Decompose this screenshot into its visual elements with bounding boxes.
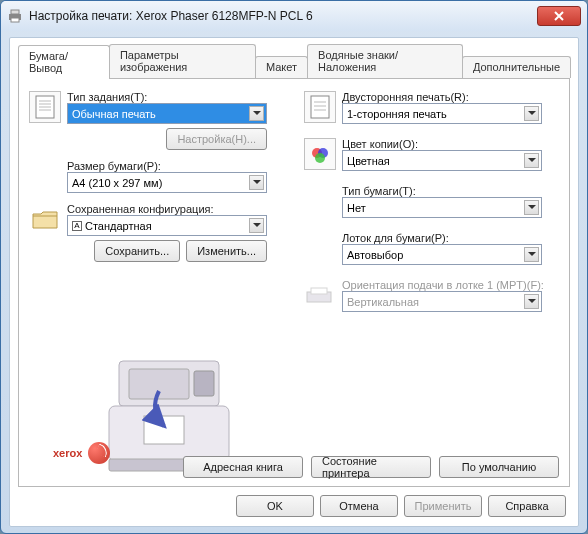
chevron-down-icon (524, 294, 539, 309)
duplex-combo[interactable]: 1-сторонняя печать (342, 103, 542, 124)
orientation-value: Вертикальная (347, 296, 419, 308)
paper-type-label: Тип бумаги(Т): (342, 185, 559, 197)
tray-combo[interactable]: Автовыбор (342, 244, 542, 265)
document-icon (29, 91, 61, 123)
dialog-footer: OK Отмена Применить Справка (18, 487, 570, 517)
saved-config-combo[interactable]: A Стандартная (67, 215, 267, 236)
client-area: Бумага/Вывод Параметры изображения Макет… (9, 37, 579, 527)
setup-button: Настройка(Н)... (166, 128, 267, 150)
duplex-label: Двусторонняя печать(R): (342, 91, 559, 103)
tab-watermarks[interactable]: Водяные знаки/Наложения (307, 44, 463, 78)
tray-label: Лоток для бумаги(Р): (342, 232, 559, 244)
xerox-ball-icon (88, 442, 110, 464)
save-button[interactable]: Сохранить... (94, 240, 180, 262)
duplex-icon (304, 91, 336, 123)
titlebar[interactable]: Настройка печати: Xerox Phaser 6128MFP-N… (1, 1, 587, 31)
svg-rect-13 (144, 416, 184, 444)
cancel-button[interactable]: Отмена (320, 495, 398, 517)
edit-button[interactable]: Изменить... (186, 240, 267, 262)
svg-rect-2 (11, 18, 19, 22)
xerox-logo-text: xerox (53, 447, 82, 459)
saved-config-prefix: A (72, 221, 82, 231)
left-column: Тип задания(Т): Обычная печать Настройка… (29, 91, 284, 326)
printer-status-button[interactable]: Состояние принтера (311, 456, 431, 478)
svg-rect-1 (11, 10, 19, 14)
saved-config-label: Сохраненная конфигурация: (67, 203, 284, 215)
defaults-button[interactable]: По умолчанию (439, 456, 559, 478)
chevron-down-icon (524, 200, 539, 215)
window-title: Настройка печати: Xerox Phaser 6128MFP-N… (29, 9, 537, 23)
orientation-combo: Вертикальная (342, 291, 542, 312)
right-column: Двусторонняя печать(R): 1-сторонняя печа… (304, 91, 559, 326)
address-book-button[interactable]: Адресная книга (183, 456, 303, 478)
color-value: Цветная (347, 155, 390, 167)
tab-paper-output[interactable]: Бумага/Вывод (18, 45, 110, 79)
paper-type-combo[interactable]: Нет (342, 197, 542, 218)
chevron-down-icon (524, 247, 539, 262)
chevron-down-icon (249, 106, 264, 121)
help-button[interactable]: Справка (488, 495, 566, 517)
bottom-button-row: Адресная книга Состояние принтера По умо… (183, 456, 559, 478)
paper-size-value: A4 (210 x 297 мм) (72, 177, 162, 189)
xerox-logo: xerox (53, 442, 110, 464)
svg-rect-14 (311, 96, 329, 118)
color-combo[interactable]: Цветная (342, 150, 542, 171)
paper-type-value: Нет (347, 202, 366, 214)
folder-icon (29, 203, 61, 235)
svg-rect-22 (311, 288, 327, 294)
duplex-value: 1-сторонняя печать (347, 108, 447, 120)
tab-image-options[interactable]: Параметры изображения (109, 44, 256, 78)
paper-size-label: Размер бумаги(Р): (67, 160, 284, 172)
job-type-combo[interactable]: Обычная печать (67, 103, 267, 124)
chevron-down-icon (249, 218, 264, 233)
svg-rect-10 (194, 371, 214, 396)
job-type-label: Тип задания(Т): (67, 91, 284, 103)
orientation-label: Ориентация подачи в лотке 1 (MPT)(F): (342, 279, 559, 291)
color-label: Цвет копии(О): (342, 138, 559, 150)
tab-strip: Бумага/Вывод Параметры изображения Макет… (18, 44, 570, 79)
tab-body: Тип задания(Т): Обычная печать Настройка… (18, 79, 570, 487)
apply-button: Применить (404, 495, 482, 517)
tab-layout[interactable]: Макет (255, 56, 308, 78)
window-frame: Настройка печати: Xerox Phaser 6128MFP-N… (0, 0, 588, 534)
chevron-down-icon (524, 106, 539, 121)
chevron-down-icon (524, 153, 539, 168)
svg-point-20 (315, 153, 325, 163)
chevron-down-icon (249, 175, 264, 190)
paper-size-combo[interactable]: A4 (210 x 297 мм) (67, 172, 267, 193)
saved-config-value: Стандартная (85, 220, 152, 232)
ok-button[interactable]: OK (236, 495, 314, 517)
job-type-value: Обычная печать (72, 108, 156, 120)
tab-advanced[interactable]: Дополнительные (462, 56, 571, 78)
tray-feed-icon (304, 279, 336, 311)
tray-value: Автовыбор (347, 249, 403, 261)
close-button[interactable] (537, 6, 581, 26)
printer-icon (7, 8, 23, 24)
color-icon (304, 138, 336, 170)
